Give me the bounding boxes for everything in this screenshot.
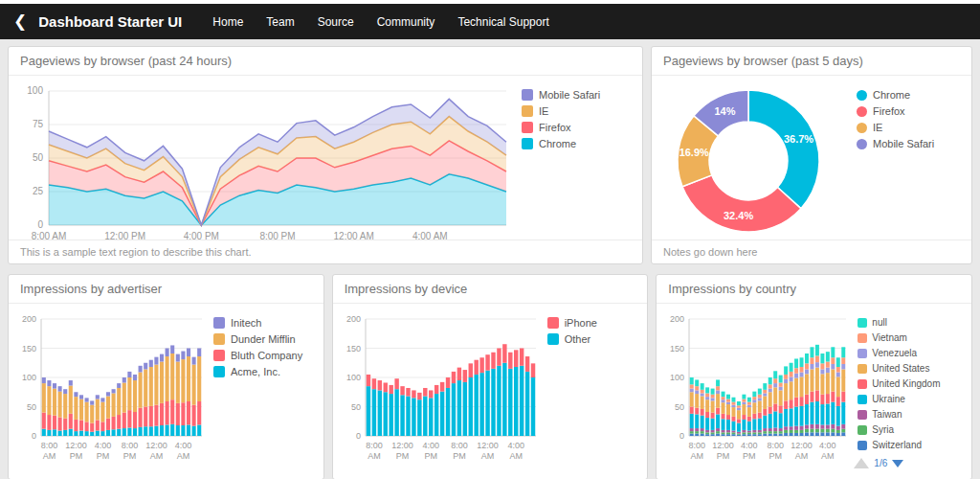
legend-item-venezuela[interactable]: Venezuela [858,348,940,358]
legend-swatch [857,106,867,117]
svg-text:PM: PM [453,451,466,461]
svg-text:AM: AM [821,451,835,461]
legend-label: Venezuela [872,348,917,358]
panel-pageviews-5d: Pageviews by browser (past 5 days) 36.7%… [651,46,972,264]
panel-title: Impressions by advertiser [9,275,323,304]
app-title: Dashboard Starter UI [38,13,182,30]
legend-swatch [857,123,867,133]
pager-page-indicator: 1/6 [874,458,887,468]
legend-item-chrome[interactable]: Chrome [857,89,934,101]
nav-item-home[interactable]: Home [201,15,255,29]
legend-label: null [872,317,887,328]
chart-note: Notes go down here [652,240,971,263]
legend-swatch [858,349,867,358]
legend-swatch [213,333,225,345]
legend-item-united-kingdom[interactable]: United Kingdom [858,378,940,389]
legend-item-firefox[interactable]: Firefox [522,122,600,133]
svg-text:AM: AM [150,451,164,461]
legend-swatch [522,89,533,101]
svg-text:PM: PM [424,451,437,461]
legend-item-syria[interactable]: Syria [858,424,940,435]
navbar: ❮ Dashboard Starter UI Home Team Source … [0,4,980,39]
legend-swatch [857,90,867,101]
svg-text:100: 100 [27,85,43,96]
legend-item-ie[interactable]: IE [857,122,934,133]
nav-item-community[interactable]: Community [366,15,447,29]
legend-swatch [213,366,225,377]
legend-item-switzerland[interactable]: Switzerland [858,440,940,450]
legend-item-iphone[interactable]: iPhone [547,317,597,329]
legend-label: Firefox [539,122,571,133]
svg-text:PM: PM [743,451,756,461]
svg-text:150: 150 [22,344,36,354]
nav-item-team[interactable]: Team [255,15,305,29]
legend-swatch [857,139,867,149]
legend-item-other[interactable]: Other [547,333,597,345]
svg-text:150: 150 [670,344,684,354]
legend-item-null[interactable]: null [858,317,940,328]
legend-item-firefox[interactable]: Firefox [857,105,934,117]
svg-text:12:00: 12:00 [477,441,499,450]
legend-item-united-states[interactable]: United States [858,363,940,374]
svg-text:AM: AM [480,451,494,461]
legend-label: Ukraine [872,394,904,404]
donut-slice-chrome: 36.7% [748,90,819,209]
legend-item-mobile-safari[interactable]: Mobile Safari [857,138,934,149]
legend-item-taiwan[interactable]: Taiwan [858,409,940,420]
svg-text:14%: 14% [715,105,736,117]
svg-text:12:00 AM: 12:00 AM [334,231,374,240]
pager-down-icon[interactable] [892,460,903,468]
legend-label: Other [565,333,591,345]
legend-label: Mobile Safari [539,89,600,101]
legend-label: Vietnam [872,332,907,343]
legend-item-acme-inc-[interactable]: Acme, Inc. [213,366,302,377]
svg-text:8:00: 8:00 [366,441,383,450]
svg-text:200: 200 [346,314,361,324]
area-chart-legend: Mobile SafariIEFirefoxChrome [514,83,602,238]
svg-text:0: 0 [356,431,361,441]
svg-text:PM: PM [769,451,783,461]
country-bar-chart: 0501001502008:00AM12:00PM4:00PM8:00PM12:… [662,311,850,467]
legend-swatch [858,395,867,404]
svg-text:12:00 PM: 12:00 PM [104,231,145,240]
legend-item-dunder-mifflin[interactable]: Dunder Mifflin [213,333,302,345]
donut-chart-body: 36.7%32.4%16.9%14% ChromeFirefoxIEMobile… [652,76,971,240]
svg-text:12:00: 12:00 [65,441,87,450]
svg-text:8:00 PM: 8:00 PM [259,231,295,240]
svg-text:PM: PM [395,451,409,461]
pager-up-icon[interactable] [854,458,869,468]
legend-item-ukraine[interactable]: Ukraine [858,394,940,404]
svg-text:12:00: 12:00 [713,441,735,450]
svg-text:AM: AM [368,451,381,461]
legend-label: United States [872,363,929,374]
nav-item-technical-support[interactable]: Technical Support [446,15,560,29]
svg-text:4:00 PM: 4:00 PM [184,231,219,240]
back-chevron-icon[interactable]: ❮ [13,13,27,30]
legend-item-initech[interactable]: Initech [213,317,302,329]
legend-item-chrome[interactable]: Chrome [522,138,600,149]
legend-swatch [858,425,867,435]
svg-text:PM: PM [123,451,137,461]
legend-item-vietnam[interactable]: Vietnam [858,332,940,343]
legend-label: United Kingdom [872,378,940,389]
svg-text:4:00: 4:00 [507,441,524,450]
legend-swatch [213,317,225,329]
legend-item-mobile-safari[interactable]: Mobile Safari [522,89,600,101]
nav-item-source[interactable]: Source [306,15,366,29]
legend-item-bluth-company[interactable]: Bluth Company [213,350,302,361]
chart-note: This is a sample text region to describe… [9,240,642,263]
svg-text:12:00: 12:00 [145,441,167,450]
legend-label: iPhone [565,317,597,329]
panel-title: Pageviews by browser (past 5 days) [652,47,971,76]
legend-swatch [213,350,225,361]
legend-item-ie[interactable]: IE [522,105,600,117]
device-bar-chart: 0501001502008:00AM12:00PM4:00PM8:00PM12:… [339,311,540,467]
legend-label: Initech [231,317,261,329]
top-row: Pageviews by browser (past 24 hours) 025… [8,46,972,264]
svg-text:AM: AM [509,451,523,461]
legend-swatch [858,364,867,374]
svg-text:4:00: 4:00 [819,441,836,450]
legend-swatch [522,122,533,133]
svg-text:4:00: 4:00 [95,441,112,450]
svg-text:100: 100 [22,373,36,382]
